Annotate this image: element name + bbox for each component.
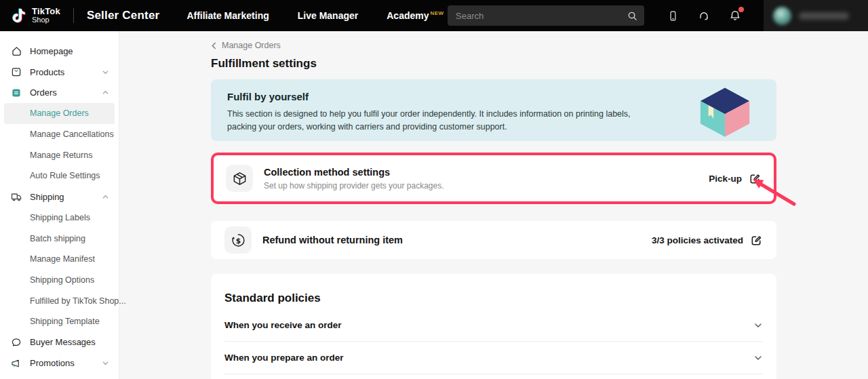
account-menu[interactable] (764, 0, 868, 31)
sidebar-item-manage-manifest[interactable]: Manage Manifest (0, 249, 119, 270)
page-title: Fulfillment settings (211, 57, 776, 71)
nav-affiliate-marketing[interactable]: Affiliate Marketing (186, 10, 269, 21)
brand-line1: TikTok (32, 7, 60, 16)
sidebar-item-label: Auto Rule Settings (30, 171, 100, 180)
policy-row-label: When you receive an order (224, 320, 342, 330)
chevron-down-icon (102, 359, 109, 367)
products-icon (11, 66, 22, 78)
search-icon[interactable] (627, 11, 637, 21)
sidebar-item-shipping[interactable]: Shipping (0, 186, 119, 207)
brand-text: TikTok Shop (32, 7, 60, 24)
standard-policies-card: Standard policies When you receive an or… (211, 274, 776, 379)
sidebar-item-shipping-labels[interactable]: Shipping Labels (0, 207, 119, 228)
edit-refund-policies-icon[interactable] (750, 234, 763, 247)
refund-without-returning-card[interactable]: $ Refund without returning item 3/3 poli… (211, 221, 776, 259)
notifications-bell-icon[interactable] (728, 9, 742, 22)
sidebar-item-label: Promotions (30, 358, 75, 368)
sidebar-item-label: Homepage (30, 46, 73, 56)
policy-row-receive-order[interactable]: When you receive an order (224, 309, 763, 342)
svg-text:$: $ (235, 236, 240, 244)
sidebar-item-fulfilled-by-tiktok-shop[interactable]: Fulfilled by TikTok Shop... (0, 290, 119, 311)
policy-row-label: When you prepare an order (224, 353, 344, 363)
sidebar-item-label: Products (30, 67, 64, 77)
refund-dollar-icon: $ (224, 226, 252, 254)
package-box-illustration (696, 85, 753, 140)
topbar-right-icons (666, 0, 868, 31)
pickup-value: Pick-up (709, 174, 742, 184)
search-input[interactable] (456, 11, 627, 21)
topbar-nav: Affiliate Marketing Live Manager Academy… (186, 10, 443, 21)
nav-academy[interactable]: AcademyNEW (387, 10, 443, 21)
chevron-down-icon (753, 353, 763, 363)
sidebar-item-homepage[interactable]: Homepage (0, 41, 119, 62)
sidebar-item-products[interactable]: Products (0, 62, 119, 83)
breadcrumb-label: Manage Orders (222, 41, 281, 50)
sidebar-item-label: Shipping Options (30, 275, 94, 285)
nav-academy-label: Academy (387, 10, 429, 21)
sidebar-item-label: Batch shipping (30, 234, 85, 243)
sidebar-item-label: Manage Cancellations (30, 129, 114, 139)
collection-card-subtitle: Set up how shipping provider gets your p… (264, 181, 444, 191)
sidebar-item-label: Shipping Template (30, 317, 100, 326)
refund-card-title: Refund without returning item (262, 235, 403, 245)
policies-activated-value: 3/3 policies activated (652, 235, 743, 245)
sidebar-item-orders[interactable]: Orders (0, 82, 119, 103)
shipping-truck-icon (11, 191, 22, 203)
standard-policies-title: Standard policies (224, 292, 763, 305)
sidebar-item-label: Manage Returns (30, 151, 92, 160)
sidebar-item-label: Shipping (30, 192, 64, 202)
sidebar-item-manage-returns[interactable]: Manage Returns (0, 144, 119, 165)
sidebar-item-label: Shipping Labels (30, 213, 90, 222)
sidebar-item-label: Manage Orders (30, 108, 89, 118)
sidebar-item-buyer-messages[interactable]: Buyer Messages (0, 332, 119, 353)
sidebar-item-manage-orders[interactable]: Manage Orders (4, 103, 115, 124)
topbar-divider (73, 8, 74, 23)
banner-title: Fulfil by yourself (227, 91, 760, 102)
sidebar-item-promotions[interactable]: Promotions (0, 353, 119, 374)
chevron-up-icon (102, 89, 109, 96)
fulfil-by-yourself-banner: Fulfil by yourself This section is desig… (211, 79, 776, 141)
top-navigation-bar: TikTok Shop Seller Center Affiliate Mark… (0, 0, 868, 31)
collection-method-settings-card[interactable]: Collection method settings Set up how sh… (211, 153, 776, 204)
brand-line2: Shop (32, 16, 60, 24)
sidebar: Homepage Products Orders Manage Orders M… (0, 31, 119, 379)
banner-description: This section is designed to help you ful… (227, 108, 654, 134)
sidebar-item-label: Manage Manifest (30, 254, 95, 264)
tiktok-note-icon (11, 7, 27, 24)
chat-bubble-icon (11, 336, 22, 348)
tiktok-shop-logo[interactable]: TikTok Shop (11, 7, 60, 24)
account-name-blurred (799, 12, 849, 20)
collection-card-title: Collection method settings (264, 167, 444, 178)
sidebar-item-label: Buyer Messages (30, 337, 96, 347)
new-badge: NEW (431, 10, 444, 16)
sidebar-item-label: Orders (30, 87, 57, 98)
collection-card-text: Collection method settings Set up how sh… (264, 167, 444, 191)
support-headset-icon[interactable] (697, 9, 711, 22)
package-cube-icon (226, 165, 253, 192)
chevron-down-icon (753, 321, 763, 330)
sidebar-item-shipping-options[interactable]: Shipping Options (0, 270, 119, 291)
nav-live-manager[interactable]: Live Manager (298, 10, 358, 21)
home-icon (11, 45, 22, 57)
notification-dot (738, 7, 744, 12)
sidebar-item-shipping-template[interactable]: Shipping Template (0, 311, 119, 332)
breadcrumb-back-manage-orders[interactable]: Manage Orders (211, 41, 776, 50)
chevron-up-icon (102, 193, 109, 201)
sidebar-item-batch-shipping[interactable]: Batch shipping (0, 228, 119, 249)
chevron-down-icon (102, 68, 109, 76)
back-chevron-icon (211, 42, 217, 49)
policy-row-prepare-order[interactable]: When you prepare an order (224, 342, 763, 374)
avatar[interactable] (773, 7, 791, 25)
sidebar-item-manage-cancellations[interactable]: Manage Cancellations (0, 124, 119, 145)
edit-collection-method-icon[interactable] (749, 172, 762, 185)
megaphone-icon (11, 357, 22, 369)
main-content: Manage Orders Fulfillment settings Fulfi… (119, 31, 868, 379)
sidebar-item-auto-rule-settings[interactable]: Auto Rule Settings (0, 165, 119, 186)
mobile-app-icon[interactable] (666, 9, 679, 22)
sidebar-item-label: Fulfilled by TikTok Shop... (30, 296, 126, 306)
orders-icon (11, 87, 22, 98)
app-title[interactable]: Seller Center (87, 9, 159, 22)
global-search[interactable] (448, 5, 644, 26)
